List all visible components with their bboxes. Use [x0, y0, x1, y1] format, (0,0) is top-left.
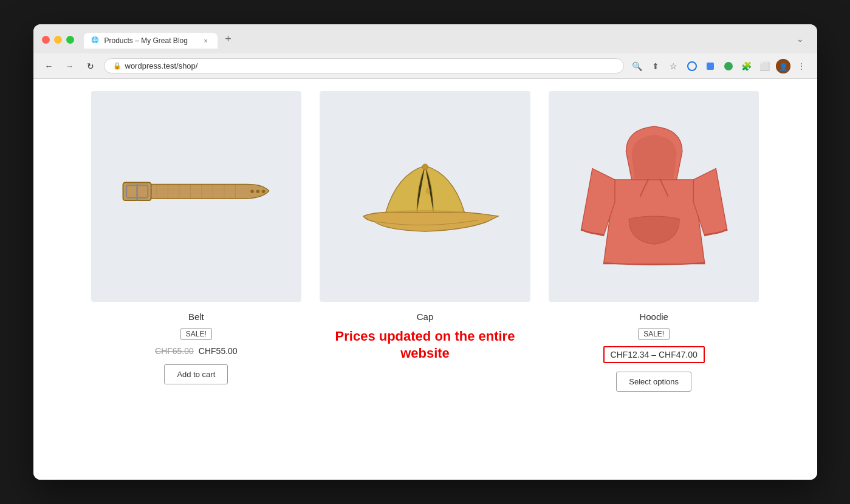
menu-icon[interactable]: ⋮ — [794, 59, 809, 73]
cap-product-image — [320, 91, 530, 302]
traffic-lights — [42, 36, 74, 44]
cap-product-name: Cap — [417, 312, 434, 322]
bookmark-icon[interactable]: ☆ — [667, 59, 681, 73]
address-text: wordpress.test/shop/ — [125, 61, 198, 70]
product-card-cap: Cap Prices updated on the entire website — [320, 91, 530, 392]
belt-product-name: Belt — [188, 312, 204, 322]
browser-window: 🌐 Products – My Great Blog × + ⌄ ← → ↻ 🔒… — [33, 24, 817, 480]
extension1-icon[interactable] — [685, 59, 699, 73]
forward-button[interactable]: → — [63, 59, 77, 73]
close-traffic-light[interactable] — [42, 36, 50, 44]
belt-add-to-cart-button[interactable]: Add to cart — [164, 364, 228, 384]
toolbar-icons: 🔍 ⬆ ☆ 🧩 ⬜ 👤 ⋮ — [630, 59, 809, 73]
extensions-icon[interactable]: 🧩 — [739, 59, 754, 73]
hoodie-product-name: Hoodie — [639, 312, 668, 322]
products-grid: Belt SALE! CHF65.00 CHF55.00 Add to cart — [91, 91, 759, 392]
belt-price-original: CHF65.00 — [155, 346, 194, 356]
hoodie-product-image — [549, 91, 759, 302]
svg-point-9 — [256, 189, 260, 193]
tab-favicon-icon: 🌐 — [91, 36, 100, 45]
hoodie-sale-badge: SALE! — [638, 328, 670, 340]
svg-point-10 — [262, 189, 266, 193]
svg-point-11 — [422, 164, 428, 169]
upload-icon[interactable]: ⬆ — [648, 59, 663, 73]
tab-dropdown-button[interactable]: ⌄ — [792, 30, 809, 47]
reload-button[interactable]: ↻ — [83, 59, 98, 73]
minimize-traffic-light[interactable] — [54, 36, 62, 44]
belt-product-image — [91, 91, 302, 302]
title-bar-top: 🌐 Products – My Great Blog × + ⌄ — [42, 30, 809, 49]
svg-point-0 — [688, 62, 696, 70]
tab-close-button[interactable]: × — [202, 36, 210, 45]
belt-sale-badge: SALE! — [180, 328, 212, 340]
split-view-icon[interactable]: ⬜ — [758, 59, 772, 73]
back-button[interactable]: ← — [42, 59, 57, 73]
svg-point-2 — [724, 62, 733, 70]
product-card-hoodie: Hoodie SALE! CHF12.34 – CHF47.00 Select … — [549, 91, 759, 392]
tab-bar: 🌐 Products – My Great Blog × + ⌄ — [84, 30, 809, 49]
product-card-belt: Belt SALE! CHF65.00 CHF55.00 Add to cart — [91, 91, 302, 392]
address-input[interactable]: 🔒 wordpress.test/shop/ — [104, 58, 624, 73]
extension3-icon[interactable] — [721, 59, 736, 73]
svg-text:👤: 👤 — [778, 62, 787, 71]
address-bar: ← → ↻ 🔒 wordpress.test/shop/ 🔍 ⬆ ☆ 🧩 ⬜ 👤 — [33, 53, 817, 79]
svg-point-12 — [425, 188, 430, 194]
page-content: Belt SALE! CHF65.00 CHF55.00 Add to cart — [33, 79, 817, 480]
title-bar: 🌐 Products – My Great Blog × + ⌄ — [33, 24, 817, 53]
lock-icon: 🔒 — [113, 62, 122, 70]
hoodie-select-options-button[interactable]: Select options — [616, 372, 691, 392]
tab-title: Products – My Great Blog — [105, 36, 197, 45]
belt-price-container: CHF65.00 CHF55.00 — [155, 346, 238, 356]
profile-icon[interactable]: 👤 — [776, 59, 790, 73]
svg-rect-1 — [707, 63, 714, 70]
new-tab-button[interactable]: + — [220, 30, 237, 47]
active-tab[interactable]: 🌐 Products – My Great Blog × — [84, 33, 218, 49]
belt-price-sale: CHF55.00 — [199, 346, 238, 356]
hoodie-price-range: CHF12.34 – CHF47.00 — [603, 346, 705, 363]
price-update-message: Prices updated on the entire website — [320, 328, 530, 363]
maximize-traffic-light[interactable] — [66, 36, 74, 44]
extension2-icon[interactable] — [703, 59, 718, 73]
svg-point-8 — [250, 189, 254, 193]
search-icon[interactable]: 🔍 — [630, 59, 645, 73]
